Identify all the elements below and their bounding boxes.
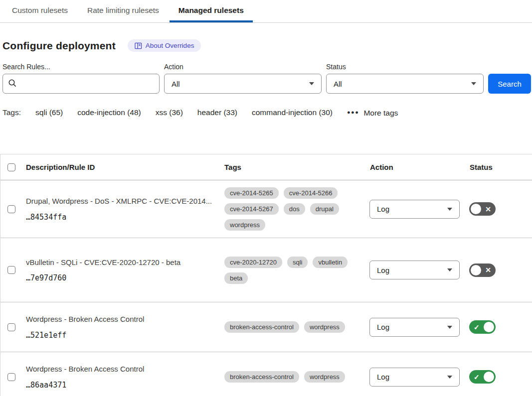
chevron-down-icon (447, 326, 452, 329)
action-select[interactable]: Log (369, 261, 460, 279)
status-toggle[interactable]: ✓ ✕ (469, 264, 496, 277)
about-overrides-label: About Overrides (146, 42, 194, 49)
search-button[interactable]: Search (488, 74, 531, 94)
rule-tags: broken-access-controlwordpress (223, 364, 368, 390)
search-icon (8, 79, 17, 90)
tags-bar: Tags: sqli (65)code-injection (48)xss (3… (2, 108, 532, 118)
action-select[interactable]: Log (369, 318, 460, 337)
toggle-knob (484, 372, 494, 382)
row-checkbox[interactable] (7, 266, 15, 274)
status-toggle[interactable]: ✓ ✕ (469, 320, 496, 334)
tab-managed-rulesets[interactable]: Managed rulesets (170, 0, 253, 22)
table-row: Drupal, Wordpress - DoS - XMLRPC - CVE:C… (0, 180, 532, 238)
column-header-action: Action (368, 163, 468, 171)
status-filter-value: All (334, 80, 342, 88)
rule-tag-pill: beta (224, 272, 248, 284)
rule-description: Wordpress - Broken Access Control (26, 314, 213, 324)
column-header-description: Description/Rule ID (23, 163, 223, 171)
rule-tag-pill: cve-2014-5266 (284, 187, 338, 199)
toggle-check-icon: ✓ (474, 323, 480, 331)
more-tags-button[interactable]: ●●● More tags (347, 109, 398, 118)
search-rules-label: Search Rules... (2, 63, 160, 71)
toggle-knob (471, 204, 481, 214)
status-filter-select[interactable]: All (326, 74, 484, 94)
rule-description: Wordpress - Broken Access Control (26, 364, 213, 374)
more-tags-label: More tags (363, 109, 398, 118)
action-filter-value: All (172, 80, 180, 88)
rules-table-body: Drupal, Wordpress - DoS - XMLRPC - CVE:C… (0, 180, 532, 396)
select-all-checkbox[interactable] (7, 163, 15, 171)
tag-filter-link[interactable]: code-injection (48) (77, 108, 141, 117)
tab-custom-rulesets[interactable]: Custom rulesets (3, 0, 77, 22)
rule-tag-pill: wordpress (224, 219, 265, 231)
about-overrides-link[interactable]: About Overrides (128, 39, 201, 52)
toggle-x-icon: ✕ (485, 205, 491, 213)
rule-id: …7e97d760 (26, 273, 213, 282)
tags-bar-label: Tags: (2, 108, 21, 117)
rule-tag-pill: broken-access-control (224, 371, 299, 383)
table-row: Wordpress - Broken Access Control …521e1… (0, 302, 532, 352)
action-select[interactable]: Log (369, 200, 460, 219)
rule-tag-pill: broken-access-control (224, 321, 299, 333)
tag-filter-link[interactable]: command-injection (30) (252, 108, 333, 117)
action-select[interactable]: Log (369, 368, 460, 387)
chevron-down-icon (447, 268, 452, 271)
rule-tag-pill: cve-2014-5265 (224, 187, 279, 199)
tab-rate-limiting-rulesets[interactable]: Rate limiting rulesets (78, 0, 168, 22)
table-header-row: Description/Rule ID Tags Action Status (0, 154, 532, 180)
column-header-status: Status (468, 163, 532, 171)
search-rules-input[interactable] (2, 74, 160, 94)
rule-tags: cve-2014-5265cve-2014-5266cve-2014-5267d… (223, 180, 368, 238)
toggle-x-icon: ✕ (485, 266, 491, 274)
rule-tags: cve-2020-12720sqlivbulletinbeta (223, 250, 368, 291)
toggle-check-icon: ✓ (474, 373, 480, 381)
ellipsis-icon: ●●● (347, 109, 359, 115)
action-select-value: Log (377, 266, 389, 274)
rule-tag-pill: cve-2014-5267 (224, 203, 279, 215)
table-row: vBulletin - SQLi - CVE:CVE-2020-12720 - … (0, 238, 532, 302)
column-header-tags: Tags (223, 163, 368, 171)
status-toggle[interactable]: ✓ ✕ (469, 370, 496, 384)
toggle-knob (484, 322, 494, 332)
tag-filter-link[interactable]: header (33) (197, 108, 237, 117)
rule-description: vBulletin - SQLi - CVE:CVE-2020-12720 - … (26, 258, 213, 267)
rule-id: …84534ffa (26, 213, 213, 222)
row-checkbox[interactable] (7, 323, 15, 331)
rule-tag-pill: wordpress (304, 321, 345, 333)
action-filter-label: Action (164, 63, 322, 71)
managed-rules-table: Description/Rule ID Tags Action Status D… (0, 154, 532, 396)
chevron-down-icon (447, 208, 452, 211)
rule-tag-pill: vbulletin (313, 257, 348, 268)
action-select-value: Log (377, 373, 389, 381)
ruleset-tabs: Custom rulesets Rate limiting rulesets M… (0, 0, 532, 23)
rule-id: …86aa4371 (26, 381, 213, 390)
tag-filter-link[interactable]: xss (36) (156, 108, 183, 117)
rule-tag-pill: wordpress (304, 371, 345, 383)
chevron-down-icon (309, 82, 314, 85)
action-filter-select[interactable]: All (164, 74, 322, 94)
rule-tag-pill: drupal (310, 203, 339, 215)
status-toggle[interactable]: ✓ ✕ (469, 202, 496, 216)
table-row: Wordpress - Broken Access Control …86aa4… (0, 352, 532, 396)
chevron-down-icon (447, 376, 452, 379)
row-checkbox[interactable] (7, 373, 15, 381)
rule-description: Drupal, Wordpress - DoS - XMLRPC - CVE:C… (26, 196, 213, 206)
chevron-down-icon (471, 82, 476, 85)
action-select-value: Log (377, 323, 389, 331)
toggle-knob (471, 265, 481, 275)
rule-tag-pill: dos (284, 203, 305, 215)
tag-filter-link[interactable]: sqli (65) (35, 108, 63, 117)
action-select-value: Log (377, 205, 389, 213)
status-filter-label: Status (326, 63, 484, 71)
rule-tag-pill: sqli (287, 257, 308, 268)
row-checkbox[interactable] (7, 205, 15, 213)
page-title: Configure deployment (2, 40, 116, 52)
rule-tag-pill: cve-2020-12720 (224, 257, 282, 268)
book-icon (135, 42, 142, 49)
rule-tags: broken-access-controlwordpress (223, 314, 368, 340)
rule-id: …521e1eff (26, 331, 213, 340)
